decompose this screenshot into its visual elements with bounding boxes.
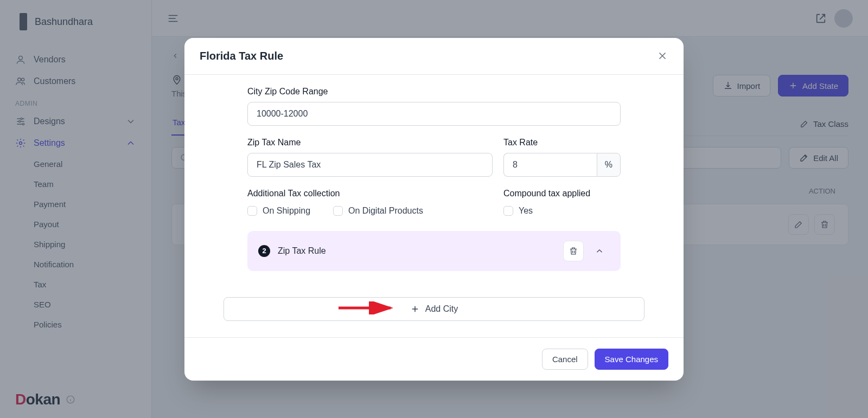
additional-label: Additional Tax collection [247,189,493,198]
plus-icon [410,304,420,314]
city-zip-input[interactable] [247,102,621,126]
add-city-label: Add City [425,304,458,314]
checkbox-icon [247,206,257,216]
modal: Florida Tax Rule City Zip Code Range Zip… [184,38,684,381]
zip-tax-name-input[interactable] [247,153,493,177]
zip-tax-rule-card: 2 Zip Tax Rule [247,231,621,271]
checkbox-icon [503,206,513,216]
modal-title: Florida Tax Rule [200,50,283,62]
modal-overlay: Florida Tax Rule City Zip Code Range Zip… [0,0,868,418]
modal-body: City Zip Code Range Zip Tax Name Tax Rat… [184,75,684,337]
tax-rate-label: Tax Rate [503,138,621,147]
compound-label: Compound tax applied [503,189,621,198]
zip-tax-name-label: Zip Tax Name [247,138,493,147]
tax-rate-unit: % [597,153,621,177]
arrow-annotation [339,301,398,314]
on-shipping-label: On Shipping [263,206,310,216]
checkbox-on-digital[interactable]: On Digital Products [333,206,423,216]
modal-footer: Cancel Save Changes [184,337,684,381]
cancel-button[interactable]: Cancel [542,349,588,370]
yes-label: Yes [519,206,533,216]
city-zip-label: City Zip Code Range [247,87,621,97]
rule-number-badge: 2 [258,245,270,257]
save-label: Save Changes [605,355,658,364]
delete-zip-rule-button[interactable] [563,241,584,261]
modal-header: Florida Tax Rule [184,38,684,75]
close-icon[interactable] [656,50,668,62]
tax-rate-input[interactable] [503,153,597,177]
checkbox-icon [333,206,343,216]
cancel-label: Cancel [552,355,578,364]
on-digital-label: On Digital Products [348,206,423,216]
checkbox-on-shipping[interactable]: On Shipping [247,206,310,216]
trash-icon [569,246,578,256]
chevron-up-icon [595,246,604,256]
zip-rule-title: Zip Tax Rule [278,246,556,256]
save-button[interactable]: Save Changes [595,349,668,370]
add-city-button[interactable]: Add City [224,297,644,321]
collapse-zip-rule-button[interactable] [589,241,610,261]
checkbox-compound-yes[interactable]: Yes [503,206,533,216]
